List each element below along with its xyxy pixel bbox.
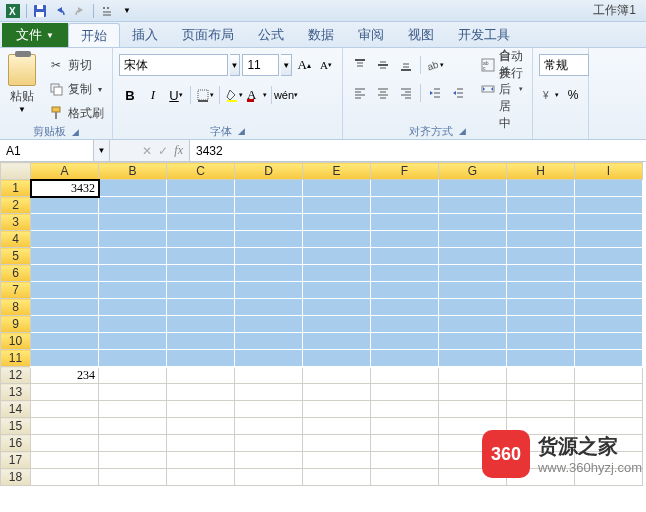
spreadsheet-grid[interactable]: ABCDEFGHI1343223456789101112234131415161… — [0, 162, 646, 486]
cell-C10[interactable] — [167, 333, 235, 350]
cell-C14[interactable] — [167, 401, 235, 418]
cell-D10[interactable] — [235, 333, 303, 350]
align-right-button[interactable] — [395, 82, 417, 104]
tab-page-layout[interactable]: 页面布局 — [170, 23, 246, 47]
cell-I4[interactable] — [575, 231, 643, 248]
cell-E2[interactable] — [303, 197, 371, 214]
cell-G4[interactable] — [439, 231, 507, 248]
row-header-8[interactable]: 8 — [1, 299, 31, 316]
name-box-dropdown[interactable]: ▼ — [94, 140, 110, 161]
cell-E12[interactable] — [303, 367, 371, 384]
cell-I10[interactable] — [575, 333, 643, 350]
cell-A5[interactable] — [31, 248, 99, 265]
cell-F10[interactable] — [371, 333, 439, 350]
cancel-icon[interactable]: ✕ — [142, 144, 152, 158]
cell-D1[interactable] — [235, 180, 303, 197]
cell-F17[interactable] — [371, 452, 439, 469]
font-size-dropdown[interactable]: ▼ — [281, 54, 292, 76]
save-icon[interactable] — [31, 2, 49, 20]
redo-icon[interactable] — [71, 2, 89, 20]
cell-E5[interactable] — [303, 248, 371, 265]
col-header-D[interactable]: D — [235, 163, 303, 180]
border-button[interactable]: ▾ — [194, 84, 216, 106]
cell-G1[interactable] — [439, 180, 507, 197]
cell-A13[interactable] — [31, 384, 99, 401]
row-header-9[interactable]: 9 — [1, 316, 31, 333]
col-header-G[interactable]: G — [439, 163, 507, 180]
grow-font-button[interactable]: A▴ — [294, 54, 314, 76]
cell-I13[interactable] — [575, 384, 643, 401]
cell-B16[interactable] — [99, 435, 167, 452]
cell-A7[interactable] — [31, 282, 99, 299]
cell-A17[interactable] — [31, 452, 99, 469]
phonetic-button[interactable]: wén▾ — [275, 84, 297, 106]
cell-A18[interactable] — [31, 469, 99, 486]
cell-I5[interactable] — [575, 248, 643, 265]
cell-C2[interactable] — [167, 197, 235, 214]
tab-home[interactable]: 开始 — [68, 23, 120, 47]
cell-C13[interactable] — [167, 384, 235, 401]
cell-F3[interactable] — [371, 214, 439, 231]
cell-G7[interactable] — [439, 282, 507, 299]
cell-D18[interactable] — [235, 469, 303, 486]
cell-B18[interactable] — [99, 469, 167, 486]
cell-F1[interactable] — [371, 180, 439, 197]
increase-indent-button[interactable] — [447, 82, 469, 104]
cell-B9[interactable] — [99, 316, 167, 333]
cell-E9[interactable] — [303, 316, 371, 333]
cell-F5[interactable] — [371, 248, 439, 265]
cell-G5[interactable] — [439, 248, 507, 265]
cut-button[interactable]: ✂剪切 — [44, 54, 108, 76]
cell-E13[interactable] — [303, 384, 371, 401]
cell-D8[interactable] — [235, 299, 303, 316]
cell-F7[interactable] — [371, 282, 439, 299]
cell-A4[interactable] — [31, 231, 99, 248]
fill-color-button[interactable]: ▾ — [223, 84, 245, 106]
align-bottom-button[interactable] — [395, 54, 417, 76]
cell-B5[interactable] — [99, 248, 167, 265]
cell-H12[interactable] — [507, 367, 575, 384]
cell-H8[interactable] — [507, 299, 575, 316]
row-header-10[interactable]: 10 — [1, 333, 31, 350]
cell-D15[interactable] — [235, 418, 303, 435]
cell-A10[interactable] — [31, 333, 99, 350]
cell-F6[interactable] — [371, 265, 439, 282]
cell-C3[interactable] — [167, 214, 235, 231]
cell-D13[interactable] — [235, 384, 303, 401]
cell-B8[interactable] — [99, 299, 167, 316]
align-middle-button[interactable] — [372, 54, 394, 76]
cell-C18[interactable] — [167, 469, 235, 486]
tab-data[interactable]: 数据 — [296, 23, 346, 47]
row-header-4[interactable]: 4 — [1, 231, 31, 248]
cell-I3[interactable] — [575, 214, 643, 231]
cell-D6[interactable] — [235, 265, 303, 282]
select-all-corner[interactable] — [1, 163, 31, 180]
fx-icon[interactable]: fx — [174, 143, 183, 158]
cell-F12[interactable] — [371, 367, 439, 384]
cell-H1[interactable] — [507, 180, 575, 197]
cell-B15[interactable] — [99, 418, 167, 435]
cell-F11[interactable] — [371, 350, 439, 367]
cell-A15[interactable] — [31, 418, 99, 435]
cell-C17[interactable] — [167, 452, 235, 469]
col-header-A[interactable]: A — [31, 163, 99, 180]
cell-E6[interactable] — [303, 265, 371, 282]
cell-A8[interactable] — [31, 299, 99, 316]
orientation-button[interactable]: ab▾ — [424, 54, 446, 76]
col-header-E[interactable]: E — [303, 163, 371, 180]
excel-app-icon[interactable]: X — [4, 2, 22, 20]
name-box[interactable]: A1 — [0, 140, 94, 161]
bold-button[interactable]: B — [119, 84, 141, 106]
row-header-11[interactable]: 11 — [1, 350, 31, 367]
tab-view[interactable]: 视图 — [396, 23, 446, 47]
cell-E4[interactable] — [303, 231, 371, 248]
cell-I2[interactable] — [575, 197, 643, 214]
cell-A1[interactable]: 3432 — [31, 180, 99, 197]
cell-E18[interactable] — [303, 469, 371, 486]
cell-H13[interactable] — [507, 384, 575, 401]
cell-C8[interactable] — [167, 299, 235, 316]
cell-D14[interactable] — [235, 401, 303, 418]
cell-G12[interactable] — [439, 367, 507, 384]
cell-B11[interactable] — [99, 350, 167, 367]
format-painter-button[interactable]: 格式刷 — [44, 102, 108, 124]
